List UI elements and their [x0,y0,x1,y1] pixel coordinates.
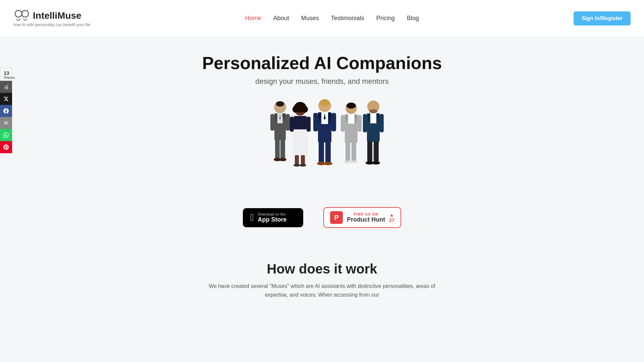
product-hunt-count: ▲ 27 [389,212,394,223]
svg-rect-49 [345,142,350,162]
svg-point-30 [320,99,329,106]
logo-icon [13,10,30,22]
how-section-title: How does it work [205,261,439,277]
svg-rect-27 [290,117,294,132]
svg-rect-36 [319,142,324,164]
whatsapp-share-button[interactable] [0,129,12,141]
print-share-button[interactable]: 🖨 [0,81,12,93]
svg-rect-11 [280,139,285,160]
svg-point-25 [293,164,300,167]
svg-rect-21 [294,116,307,129]
svg-point-39 [324,162,332,165]
svg-rect-66 [380,114,384,132]
svg-rect-10 [275,139,280,160]
svg-point-19 [292,106,298,113]
hero-image [258,97,386,194]
share-count-label: Shares [4,76,8,79]
svg-rect-65 [363,114,367,132]
svg-point-1 [22,10,29,17]
logo-tagline: how AI with personality can benefit your… [13,22,90,27]
share-count-container: 13 Shares [0,67,12,81]
svg-rect-23 [295,155,299,165]
svg-rect-22 [292,129,308,156]
product-hunt-find-label: FIND US ON [347,212,385,216]
share-count-number: 13 [4,70,8,76]
svg-rect-40 [313,113,318,131]
nav-blog[interactable]: Blog [407,15,419,22]
nav-home[interactable]: Home [245,15,261,22]
product-hunt-arrow-icon: ▲ [389,212,394,218]
how-section-subtitle: We have created several "Muses" which ar… [205,282,439,299]
svg-point-4 [276,101,284,107]
nav-about[interactable]: About [273,15,289,22]
email-share-button[interactable]: ✉ [0,117,12,129]
svg-rect-46 [348,114,354,124]
apple-icon:  [250,212,254,223]
share-sidebar: 13 Shares 🖨 ✉ [0,67,12,153]
how-section: How does it work We have created several… [198,248,446,312]
nav-testimonials[interactable]: Testimonials [331,15,364,22]
svg-point-56 [369,109,377,113]
svg-rect-14 [270,114,274,131]
sign-in-button[interactable]: Sign In/Register [574,11,631,25]
product-hunt-button[interactable]: P FIND US ON Product Hunt ▲ 27 [323,207,401,228]
svg-rect-61 [367,141,372,163]
svg-point-13 [279,158,286,161]
header: IntelliMuse how AI with personality can … [0,0,644,37]
product-hunt-name-label: Product Hunt [347,216,385,223]
app-store-text: Download on the App Store [258,212,286,223]
people-illustration [258,97,386,194]
svg-rect-24 [301,155,305,165]
cta-buttons:  Download on the App Store P FIND US ON… [243,207,401,228]
svg-point-64 [372,161,380,165]
app-store-large-text: App Store [258,216,286,223]
product-hunt-icon: P [330,211,343,224]
svg-rect-37 [325,142,331,164]
app-store-small-text: Download on the [258,212,285,216]
svg-rect-50 [352,142,356,162]
svg-point-52 [350,161,358,163]
svg-rect-15 [286,114,290,131]
svg-rect-58 [370,113,376,123]
nav-pricing[interactable]: Pricing [376,15,395,22]
main-content: Personalized AI Companions design your m… [0,37,644,312]
nav-muses[interactable]: Muses [301,15,319,22]
logo-text: IntelliMuse [33,10,82,21]
logo-row: IntelliMuse [13,10,82,22]
svg-rect-28 [307,117,311,132]
nav: Home About Muses Testimonials Pricing Bl… [245,15,419,22]
svg-rect-41 [331,113,336,131]
svg-point-44 [346,103,356,109]
app-store-button[interactable]:  Download on the App Store [243,208,303,227]
facebook-share-button[interactable] [0,105,12,117]
svg-rect-54 [358,115,362,132]
svg-point-20 [303,106,308,113]
svg-rect-53 [341,115,345,132]
pinterest-share-button[interactable] [0,141,12,153]
hero-title: Personalized AI Companions [202,53,442,73]
product-hunt-text: FIND US ON Product Hunt [347,212,385,223]
svg-rect-62 [374,141,379,163]
hero-subtitle: design your muses, friends, and mentors [255,77,388,86]
svg-point-0 [15,10,22,17]
svg-point-26 [300,164,306,167]
twitter-share-button[interactable] [0,93,12,105]
logo-area: IntelliMuse how AI with personality can … [13,10,90,27]
product-hunt-count-number: 27 [389,218,394,223]
